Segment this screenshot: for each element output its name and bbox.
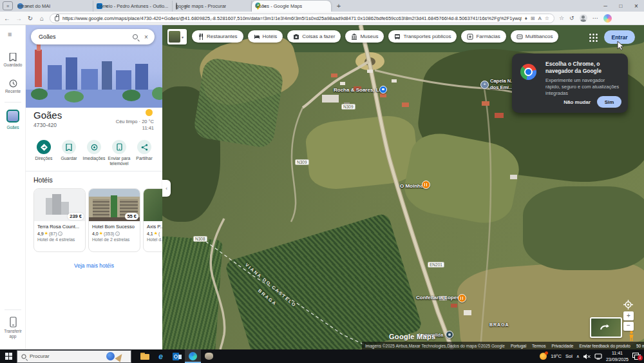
edge-icon[interactable] [185,349,201,363]
chip-pharmacies[interactable]: Farmácias [461,30,506,43]
maps-app-icon[interactable]: ♦ [525,15,527,21]
nearby-button[interactable]: Imediações [81,140,107,161]
tray-weather-cond[interactable]: Sol [565,353,573,359]
saved-icon[interactable] [9,53,17,61]
chip-museums[interactable]: Museus [345,30,384,43]
map-type-button[interactable]: ▾ [167,29,187,44]
notifications-icon[interactable]: 2 [632,353,641,360]
more-hotels-link[interactable]: Veja mais hotéis [26,262,162,269]
map-canvas[interactable]: ▾ Restaurantes Hotéis Coisas a fazer Mus… [162,25,644,349]
google-apps-grid-icon[interactable] [589,34,598,43]
museum-icon [351,34,357,40]
map-label-business[interactable]: Rocha & Soares, Lda [334,87,385,93]
forward-icon[interactable]: → [13,15,24,22]
promo-decline-button[interactable]: Não mudar [564,99,591,105]
info-icon[interactable]: i [115,231,120,236]
minimize-button[interactable]: ─ [598,0,613,12]
tab-outlook[interactable]: Correio - Pedro Antunes - Outlo... × [93,1,173,12]
my-location-icon[interactable] [623,300,633,309]
weather-icon[interactable] [540,353,547,360]
work-marker-icon[interactable] [379,86,387,93]
download-app-label[interactable]: app [0,334,26,338]
download-app-icon[interactable] [10,317,17,328]
search-icon[interactable] [133,34,138,39]
refresh-icon[interactable]: ↻ [24,15,36,22]
chip-things-to-do[interactable]: Coisas a fazer [287,30,341,43]
profile-avatar[interactable] [580,14,587,22]
tab-search[interactable]: google maps - Procurar × [173,1,252,12]
address-bar[interactable]: https://www.google.com/maps/place/4730-4… [50,14,554,23]
chip-hotels[interactable]: Hotéis [248,30,283,43]
map-label-chapel[interactable]: Capela N... [490,78,515,84]
zoom-out-button[interactable]: − [623,322,634,331]
download-app-label[interactable]: Transferir [0,329,26,333]
restaurant-marker-icon[interactable] [422,181,430,189]
taskbar-clock[interactable]: 11:41 23/09/2025 [606,350,629,362]
copilot-icon[interactable] [603,14,612,23]
maps-search-box[interactable]: Goães × [31,29,155,44]
attribution-link[interactable]: Termos [532,344,545,348]
chip-public-transport[interactable]: Transportes públicos [388,30,457,43]
clear-search-icon[interactable]: × [138,34,155,41]
start-button[interactable] [0,349,17,363]
outlook-icon[interactable] [169,349,185,363]
church-marker-icon[interactable]: + [480,81,489,89]
file-explorer-icon[interactable] [137,349,153,363]
collapse-panel-button[interactable]: ‹ [162,180,171,197]
road-shield: N308 [193,236,207,242]
close-button[interactable]: × [629,0,644,12]
hotel-card[interactable]: 55 € Hotel Bom Sucesso 4,0★(353)i Hotel … [88,188,140,252]
rail-place-thumbnail[interactable] [6,110,19,123]
read-aloud-icon[interactable]: A [538,15,541,21]
map-label-bakery[interactable]: Confeitaria Lopes [416,295,460,300]
tray-weather-temp[interactable]: 19°C [551,353,562,359]
app-icon[interactable] [201,349,217,363]
split-screen-icon[interactable]: ⊞ [531,15,535,21]
rail-item-saved[interactable]: Guardado [0,63,26,67]
save-button[interactable]: Guardar [56,140,82,161]
zoom-in-button[interactable]: + [623,311,634,320]
tab-actions-button[interactable]: ≡ [3,1,13,10]
attribution-link[interactable]: Portugal [511,344,526,348]
windows-logo-icon [5,353,12,360]
tab-intranet[interactable]: Intranet do MAI × [14,1,93,12]
promo-accept-button[interactable]: Sim [597,96,621,108]
add-favorite-icon[interactable]: ☆ [545,15,549,21]
pegman-icon[interactable] [628,331,635,342]
rail-item-place[interactable]: Goães [0,125,26,130]
star-icon: ★ [99,231,103,236]
hotel-card[interactable]: 239 € Terra Rosa Count... 4,9★(87)i Hote… [33,188,86,252]
maximize-button[interactable]: □ [613,0,629,12]
search-input[interactable]: Goães [31,34,133,40]
rail-item-recents[interactable]: Recente [0,89,26,93]
history-icon[interactable]: ↺ [569,15,574,21]
menu-icon[interactable]: ≡ [8,30,12,38]
volume-muted-icon[interactable] [583,353,591,360]
attribution-link[interactable]: Enviar feedback do produto [579,344,630,348]
hotel-card[interactable]: Axis P... 4,1★( Hotel d... [143,188,162,252]
stop-marker-icon[interactable] [446,331,453,338]
home-icon[interactable]: ⌂ [36,15,48,22]
share-button[interactable]: Partilhar [131,140,157,161]
attribution-link[interactable]: Privacidade [551,344,573,348]
url-text[interactable]: https://www.google.com/maps/place/4730-4… [62,15,522,21]
directions-button[interactable]: Direções [31,140,57,161]
imagery-inset-thumbnail[interactable] [590,317,622,338]
restaurant-marker-icon[interactable] [458,294,466,302]
send-to-phone-button[interactable]: Enviar para telemóvel [106,140,132,166]
tab-google-maps[interactable]: Goães - Google Maps × [252,1,331,12]
map-label-chapel-2[interactable]: dos Emi... [490,84,513,90]
chip-atms[interactable]: Multibancos [511,30,559,43]
chip-restaurants[interactable]: Restaurantes [192,30,243,43]
back-icon[interactable]: ← [1,15,13,22]
taskbar-search-box[interactable]: Procurar [17,350,131,363]
recents-icon[interactable] [9,79,17,88]
internet-explorer-icon[interactable]: e [153,349,169,363]
more-menu-icon[interactable]: ⋯ [592,15,598,21]
map-label-restaurant[interactable]: O Moinho [400,183,424,189]
new-tab-button[interactable]: + [334,1,344,11]
favorites-icon[interactable]: ☆ [559,15,564,21]
info-icon[interactable]: i [58,231,62,236]
network-icon[interactable] [594,353,602,360]
show-hidden-icons[interactable]: ∧ [576,354,580,359]
